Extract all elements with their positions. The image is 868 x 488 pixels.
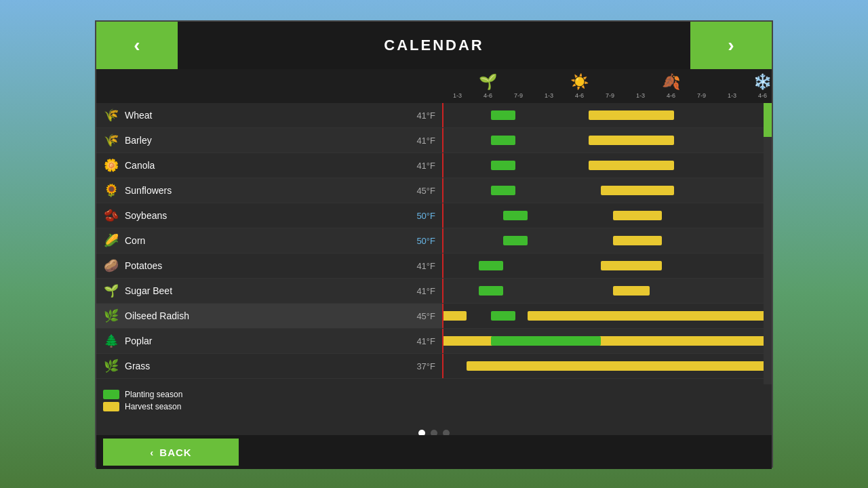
chart-row <box>442 279 764 304</box>
week-label: 1-3 <box>625 92 656 99</box>
pagination <box>96 420 772 435</box>
planting-bar <box>479 286 503 296</box>
current-time-line <box>442 228 443 253</box>
crop-row[interactable]: 🌲 Poplar 41°F <box>96 329 442 354</box>
winter-weeks: 1-3 4-6 7-9 <box>717 92 772 99</box>
chart-row <box>442 103 764 128</box>
harvest-bar <box>528 311 764 321</box>
back-button[interactable]: ‹ BACK <box>103 439 239 466</box>
planting-bar <box>491 311 515 321</box>
crop-temp: 41°F <box>405 261 435 271</box>
harvest-bar <box>589 136 674 145</box>
crop-icon: 🌽 <box>103 232 119 249</box>
crop-row[interactable]: 🌿 Oilseed Radish 45°F <box>96 304 442 329</box>
week-label: 1-3 <box>534 92 564 99</box>
chart-row <box>442 253 764 279</box>
crop-row[interactable]: 🌾 Wheat 41°F <box>96 103 442 128</box>
crop-name: Oilseed Radish <box>125 310 405 321</box>
crop-temp: 41°F <box>405 336 435 346</box>
crop-row[interactable]: 🌻 Sunflowers 45°F <box>96 178 442 203</box>
crop-icon: 🌿 <box>103 358 119 374</box>
crop-temp: 50°F <box>405 236 435 246</box>
planting-bar <box>491 161 515 170</box>
harvest-bar <box>589 161 674 170</box>
harvest-bar <box>442 311 467 321</box>
chart-row <box>442 153 764 178</box>
planting-bar <box>503 211 528 220</box>
winter-icon: ❄️ <box>753 73 772 91</box>
chart-row <box>442 128 764 153</box>
current-time-line <box>442 103 443 127</box>
chart-row <box>442 178 764 203</box>
crop-name: Canola <box>125 160 405 171</box>
season-fall: 🍂 1-3 4-6 7-9 <box>625 73 717 99</box>
week-label: 7-9 <box>595 92 625 99</box>
chart-row <box>442 354 764 379</box>
planting-bar <box>491 136 515 145</box>
crop-icon: 🌲 <box>103 333 119 349</box>
current-time-line <box>442 178 443 203</box>
crop-row[interactable]: 🌱 Sugar Beet 41°F <box>96 279 442 304</box>
harvest-bar <box>467 361 764 371</box>
crop-temp: 41°F <box>405 110 435 121</box>
crop-icon: 🌿 <box>103 308 119 324</box>
harvest-bar <box>613 286 650 296</box>
planting-bar <box>479 261 503 270</box>
crop-temp: 45°F <box>405 186 435 196</box>
legend-harvest: Harvest season <box>103 402 765 411</box>
current-time-line <box>442 354 443 378</box>
pagination-dot-1[interactable] <box>418 430 425 435</box>
crop-name: Wheat <box>125 110 405 121</box>
crop-row[interactable]: 🌼 Canola 41°F <box>96 153 442 178</box>
crop-row[interactable]: 🫘 Soybeans 50°F <box>96 203 442 228</box>
crop-icon: 🌼 <box>103 157 119 174</box>
crop-name: Soybeans <box>125 210 405 221</box>
crop-temp: 45°F <box>405 311 435 321</box>
crop-icon: 🫘 <box>103 207 119 224</box>
back-arrow-icon: ‹ <box>150 447 154 458</box>
crop-temp: 41°F <box>405 161 435 171</box>
prev-button[interactable]: ‹ <box>96 22 178 69</box>
crop-chart-area: 🌾 Wheat 41°F 🌾 Barley 41°F 🌼 Canola 41°F… <box>96 103 772 384</box>
week-label: 4-6 <box>473 92 503 99</box>
crop-temp: 41°F <box>405 286 435 296</box>
crop-temp: 37°F <box>405 361 435 371</box>
crop-name: Sunflowers <box>125 185 405 196</box>
chart-area[interactable] <box>442 103 764 384</box>
pagination-dot-3[interactable] <box>443 430 450 435</box>
season-winter: ❄️ 1-3 4-6 7-9 <box>717 73 772 99</box>
pagination-dot-2[interactable] <box>431 430 437 435</box>
crops-list[interactable]: 🌾 Wheat 41°F 🌾 Barley 41°F 🌼 Canola 41°F… <box>96 103 442 384</box>
crop-name: Sugar Beet <box>125 285 405 296</box>
scrollbar-thumb[interactable] <box>764 103 772 137</box>
crop-row[interactable]: 🌾 Barley 41°F <box>96 128 442 153</box>
harvest-label: Harvest season <box>125 402 181 411</box>
planting-label: Planting season <box>125 390 182 399</box>
next-button[interactable]: › <box>690 22 772 69</box>
spring-icon: 🌱 <box>479 73 497 91</box>
scrollbar-track[interactable] <box>764 103 772 384</box>
week-label: 7-9 <box>686 92 717 99</box>
week-label: 4-6 <box>564 92 595 99</box>
current-time-line <box>442 153 443 178</box>
chart-row <box>442 329 764 354</box>
fall-weeks: 1-3 4-6 7-9 <box>625 92 717 99</box>
current-time-line <box>442 329 443 353</box>
crop-row[interactable]: 🥔 Potatoes 41°F <box>96 253 442 279</box>
legend: Planting season Harvest season <box>96 384 772 420</box>
planting-color-swatch <box>103 390 119 399</box>
summer-icon: ☀️ <box>570 73 589 91</box>
fall-icon: 🍂 <box>662 73 680 91</box>
footer: ‹ BACK <box>96 435 772 469</box>
crop-name: Corn <box>125 235 405 246</box>
harvest-bar <box>613 211 662 220</box>
current-time-line <box>442 128 443 152</box>
crop-row[interactable]: 🌿 Grass 37°F <box>96 354 442 379</box>
harvest-color-swatch <box>103 402 119 411</box>
crop-temp: 41°F <box>405 136 435 146</box>
crop-row[interactable]: 🌽 Corn 50°F <box>96 228 442 253</box>
current-time-line <box>442 304 443 328</box>
crop-icon: 🥔 <box>103 258 119 274</box>
season-summer: ☀️ 1-3 4-6 7-9 <box>534 73 625 99</box>
current-time-line <box>442 279 443 303</box>
